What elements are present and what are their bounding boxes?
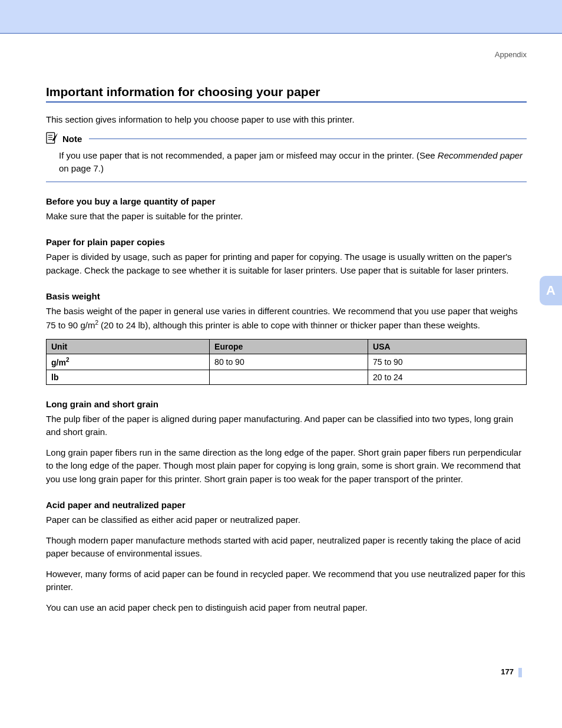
note-text-after: on page 7.) bbox=[59, 163, 104, 173]
subhead-acid: Acid paper and neutralized paper bbox=[46, 500, 527, 510]
acid-p4: You can use an acid paper check pen to d… bbox=[46, 601, 527, 615]
cell-unit: lb bbox=[47, 370, 210, 384]
basis-weight-p1b: (20 to 24 lb), although this printer is … bbox=[98, 320, 480, 330]
note-header: Note bbox=[46, 132, 527, 146]
note-rule-top bbox=[89, 139, 527, 139]
top-banner bbox=[0, 0, 562, 34]
svg-rect-0 bbox=[47, 133, 55, 143]
th-unit: Unit bbox=[47, 340, 210, 354]
grain-p2: Long grain paper fibers run in the same … bbox=[46, 446, 527, 486]
intro-text: This section gives information to help y… bbox=[46, 113, 527, 126]
cell-unit: g/m2 bbox=[47, 354, 210, 370]
basis-weight-p1: The basis weight of the paper in general… bbox=[46, 305, 527, 332]
title-rule bbox=[46, 101, 527, 103]
appendix-side-tab[interactable]: A bbox=[540, 276, 562, 305]
plain-copies-p1: Paper is divided by usage, such as paper… bbox=[46, 251, 527, 277]
basis-weight-table: Unit Europe USA g/m2 80 to 90 75 to 90 l… bbox=[46, 339, 527, 385]
note-icon bbox=[46, 132, 59, 146]
note-block: Note If you use paper that is not recomm… bbox=[46, 132, 527, 182]
subhead-plain-copies: Paper for plain paper copies bbox=[46, 237, 527, 247]
note-reference-link[interactable]: Recommended paper bbox=[438, 150, 523, 160]
cell-usa: 20 to 24 bbox=[368, 370, 527, 384]
page-title: Important information for choosing your … bbox=[46, 85, 527, 100]
cell-europe: 80 to 90 bbox=[210, 354, 368, 370]
page-content: Appendix Important information for choos… bbox=[0, 34, 562, 677]
note-text-before: If you use paper that is not recommended… bbox=[59, 150, 438, 160]
note-rule-bottom bbox=[46, 182, 527, 182]
page-number: 177 bbox=[46, 667, 527, 677]
page-number-value: 177 bbox=[501, 667, 514, 676]
th-europe: Europe bbox=[210, 340, 368, 354]
th-usa: USA bbox=[368, 340, 527, 354]
table-row: g/m2 80 to 90 75 to 90 bbox=[47, 354, 527, 370]
acid-p2: Though modern paper manufacture methods … bbox=[46, 534, 527, 561]
note-label: Note bbox=[62, 134, 82, 144]
grain-p1: The pulp fiber of the paper is aligned d… bbox=[46, 413, 527, 439]
cell-europe bbox=[210, 370, 368, 384]
page-number-accent bbox=[518, 668, 522, 677]
before-buy-p1: Make sure that the paper is suitable for… bbox=[46, 210, 527, 223]
breadcrumb: Appendix bbox=[46, 50, 527, 59]
acid-p1: Paper can be classified as either acid p… bbox=[46, 513, 527, 527]
acid-p3: However, many forms of acid paper can be… bbox=[46, 568, 527, 594]
note-body: If you use paper that is not recommended… bbox=[46, 146, 527, 182]
subhead-grain: Long grain and short grain bbox=[46, 399, 527, 409]
subhead-before-buy: Before you buy a large quantity of paper bbox=[46, 196, 527, 206]
cell-usa: 75 to 90 bbox=[368, 354, 527, 370]
subhead-basis-weight: Basis weight bbox=[46, 291, 527, 301]
table-header-row: Unit Europe USA bbox=[47, 340, 527, 354]
table-row: lb 20 to 24 bbox=[47, 370, 527, 384]
